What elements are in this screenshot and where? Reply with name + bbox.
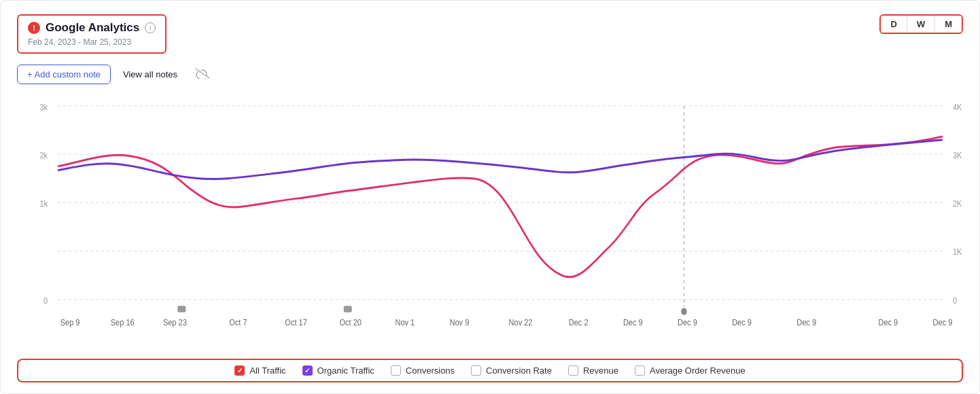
title-box: ! Google Analytics i Feb 24, 2023 - Mar … (17, 14, 167, 54)
legend-checkbox-revenue[interactable] (568, 365, 578, 376)
svg-text:3k: 3k (39, 102, 48, 112)
warning-icon: ! (28, 22, 40, 34)
svg-text:4K: 4K (953, 102, 962, 112)
period-month-button[interactable]: M (935, 16, 962, 33)
svg-text:3K: 3K (953, 150, 962, 160)
legend-item-conversions[interactable]: Conversions (391, 365, 455, 376)
svg-text:1K: 1K (953, 247, 962, 257)
toggle-notes-visibility-button[interactable] (190, 65, 215, 84)
legend-checkbox-all-traffic[interactable]: ✓ (234, 365, 245, 376)
chart-area: 3k 2k 1k 0 4K 3K 2K 1K 0 Sep 9 Sep 16 Se… (17, 90, 963, 356)
legend-item-average-order-revenue[interactable]: Average Order Revenue (635, 365, 746, 376)
header-section: ! Google Analytics i Feb 24, 2023 - Mar … (17, 14, 963, 54)
legend-label-conversion-rate: Conversion Rate (486, 365, 552, 376)
svg-rect-17 (344, 306, 352, 312)
legend-item-organic-traffic[interactable]: ✓ Organic Traffic (302, 365, 374, 376)
svg-text:Oct 20: Oct 20 (339, 317, 362, 327)
svg-text:Sep 16: Sep 16 (111, 317, 135, 327)
period-week-button[interactable]: W (907, 16, 935, 33)
legend-label-conversions: Conversions (406, 365, 455, 376)
toolbar: + Add custom note View all notes (17, 65, 963, 84)
svg-text:Dec 9: Dec 9 (797, 317, 816, 327)
add-custom-note-button[interactable]: + Add custom note (17, 65, 111, 84)
legend-checkbox-organic-traffic[interactable]: ✓ (302, 365, 313, 376)
period-selector: D W M (879, 14, 963, 34)
date-range: Feb 24, 2023 - Mar 25, 2023 (28, 37, 156, 47)
svg-text:Dec 9: Dec 9 (732, 317, 752, 327)
svg-text:Oct 7: Oct 7 (229, 317, 247, 327)
svg-rect-16 (177, 306, 186, 312)
legend-label-average-order-revenue: Average Order Revenue (650, 365, 746, 376)
chart-svg: 3k 2k 1k 0 4K 3K 2K 1K 0 Sep 9 Sep 16 Se… (17, 90, 963, 356)
svg-point-15 (680, 308, 687, 316)
legend-checkbox-average-order-revenue[interactable] (635, 365, 645, 376)
svg-text:Sep 23: Sep 23 (163, 317, 187, 327)
legend-label-revenue: Revenue (583, 365, 618, 376)
svg-text:Dec 9: Dec 9 (678, 317, 697, 327)
svg-text:Nov 9: Nov 9 (450, 317, 470, 327)
legend-item-conversion-rate[interactable]: Conversion Rate (471, 365, 552, 376)
legend-bar: ✓ All Traffic ✓ Organic Traffic Conversi… (17, 359, 963, 382)
legend-label-organic-traffic: Organic Traffic (317, 365, 374, 376)
legend-checkbox-conversion-rate[interactable] (471, 365, 481, 376)
legend-checkbox-conversions[interactable] (391, 365, 401, 376)
legend-item-revenue[interactable]: Revenue (568, 365, 618, 376)
view-all-notes-button[interactable]: View all notes (113, 65, 187, 84)
legend-item-all-traffic[interactable]: ✓ All Traffic (234, 365, 285, 376)
svg-text:Dec 9: Dec 9 (623, 317, 643, 327)
legend-label-all-traffic: All Traffic (249, 365, 285, 376)
main-container: ! Google Analytics i Feb 24, 2023 - Mar … (0, 0, 980, 394)
svg-text:2k: 2k (39, 150, 48, 160)
svg-text:Oct 17: Oct 17 (285, 317, 307, 327)
svg-text:Dec 9: Dec 9 (933, 317, 953, 327)
svg-text:Nov 1: Nov 1 (395, 317, 415, 327)
svg-text:Dec 2: Dec 2 (569, 317, 589, 327)
info-icon[interactable]: i (145, 22, 156, 33)
svg-text:Sep 9: Sep 9 (60, 317, 80, 327)
svg-text:0: 0 (43, 296, 48, 306)
svg-text:2K: 2K (953, 198, 962, 209)
page-title: Google Analytics (46, 21, 139, 35)
svg-text:Dec 9: Dec 9 (878, 317, 898, 327)
period-day-button[interactable]: D (881, 16, 907, 33)
svg-text:0: 0 (953, 296, 957, 306)
svg-text:Nov 22: Nov 22 (509, 317, 533, 327)
svg-text:1k: 1k (39, 198, 48, 209)
